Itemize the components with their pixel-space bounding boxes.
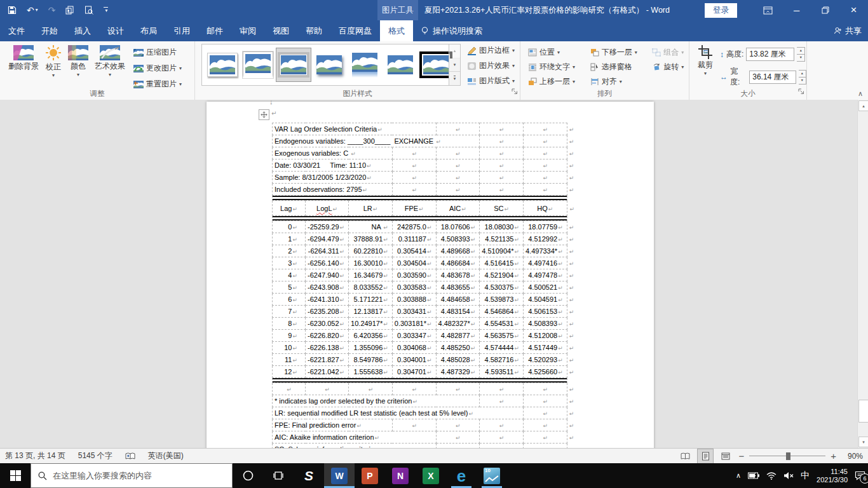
word-count[interactable]: 5145 个字 <box>72 451 119 461</box>
cortana-button[interactable] <box>233 463 263 488</box>
picture-style-reflected-rectangle[interactable] <box>348 48 382 81</box>
scroll-up-icon[interactable]: ▴ <box>858 100 868 111</box>
picture-layout-button[interactable]: 图片版式▾ <box>467 76 515 86</box>
cell-value: -6294.479↵ <box>306 233 349 245</box>
sogou-app-button[interactable]: S <box>294 463 324 488</box>
picture-styles-dialog-launcher-icon[interactable] <box>512 86 518 97</box>
page-indicator[interactable]: 第 13 页, 共 14 页 <box>0 451 72 461</box>
picture-border-button[interactable]: 图片边框▾ <box>467 45 515 56</box>
taskbar-search-input[interactable]: 在这里输入你要搜索的内容 <box>31 463 233 488</box>
close-button[interactable]: × <box>839 0 868 20</box>
width-icon: ↔ <box>720 72 728 81</box>
picture-style-drop-shadow-rectangle[interactable] <box>312 48 346 81</box>
scroll-down-icon[interactable]: ▾ <box>858 437 868 447</box>
picture-style-simple-frame-black[interactable] <box>419 48 453 81</box>
sign-in-button[interactable]: 登录 <box>705 3 737 18</box>
gallery-scroll-up-icon[interactable]: ▴ <box>449 44 460 58</box>
corrections-button[interactable]: 校正 ▾ <box>42 41 65 79</box>
row-end-marker: ↵ <box>567 407 577 419</box>
selection-pane-button[interactable]: 选择窗格 <box>590 62 632 72</box>
print-layout-icon[interactable] <box>698 449 713 463</box>
tab-审阅[interactable]: 审阅 <box>231 20 264 41</box>
align-button[interactable]: 对齐▾ <box>590 76 622 87</box>
print-preview-icon[interactable] <box>85 6 93 15</box>
taskbar-clock[interactable]: 11:45 2021/3/30 <box>817 468 848 484</box>
scrollbar-thumb[interactable] <box>858 400 868 423</box>
tab-邮件[interactable]: 邮件 <box>198 20 231 41</box>
wrap-text-button[interactable]: 环绕文字▾ <box>528 62 575 72</box>
send-backward-button[interactable]: 下移一层▾ <box>590 47 637 58</box>
customize-qat-icon[interactable]: ▾ <box>104 7 107 13</box>
cortana-icon <box>243 470 254 481</box>
width-input[interactable]: 36.14 厘米 <box>749 71 796 84</box>
gallery-more-icon[interactable]: ▾ <box>449 72 460 85</box>
picture-effects-button[interactable]: 图片效果▾ <box>467 60 515 71</box>
picture-style-soft-edge-rectangle[interactable] <box>383 48 417 81</box>
collapse-ribbon-icon[interactable]: ∧ <box>858 90 863 98</box>
zoom-in-icon[interactable]: + <box>831 451 836 461</box>
picture-style-metal-frame[interactable] <box>276 48 311 81</box>
hidden-icons-chevron-icon[interactable]: ∧ <box>736 471 741 480</box>
remove-background-button[interactable]: 删除背景 <box>5 41 42 71</box>
zoom-out-icon[interactable]: − <box>738 451 744 461</box>
document-page[interactable]: ↵ VAR Lag Order Selection Criteria↵↵↵↵↵E… <box>207 102 654 448</box>
tab-引用[interactable]: 引用 <box>165 20 198 41</box>
table-move-handle[interactable] <box>259 109 269 120</box>
crop-button[interactable]: 裁剪 ▾ <box>695 41 716 77</box>
picture-style-simple-frame-white[interactable] <box>241 48 275 81</box>
taskbar-onenote-button[interactable]: N <box>385 463 416 488</box>
notification-center-button[interactable]: 6 <box>855 471 865 480</box>
minimize-button[interactable]: ─ <box>782 0 811 20</box>
restore-button[interactable] <box>811 0 839 20</box>
undo-icon[interactable]: ↶▾ <box>27 6 38 15</box>
task-view-button[interactable] <box>263 463 294 488</box>
tab-开始[interactable]: 开始 <box>33 20 66 41</box>
ribbon-display-options-icon[interactable] <box>754 0 782 20</box>
zoom-slider-thumb[interactable] <box>786 452 790 460</box>
size-dialog-launcher-icon[interactable] <box>798 86 804 97</box>
cell-empty: ↵ <box>392 172 436 184</box>
taskbar-word-button[interactable]: W <box>324 463 355 488</box>
tab-设计[interactable]: 设计 <box>99 20 132 41</box>
wifi-icon[interactable] <box>766 472 776 480</box>
battery-icon[interactable] <box>748 472 759 479</box>
picture-style-simple-frame-shadow[interactable] <box>205 48 240 81</box>
color-button[interactable]: 颜色 ▾ <box>65 41 92 78</box>
tell-me-search[interactable]: 操作说明搜索 <box>413 20 490 41</box>
zoom-level[interactable]: 90% <box>841 452 863 461</box>
tab-布局[interactable]: 布局 <box>132 20 165 41</box>
tab-帮助[interactable]: 帮助 <box>297 20 330 41</box>
pages-icon[interactable] <box>65 6 74 15</box>
taskbar-powerpoint-button[interactable]: P <box>355 463 385 488</box>
volume-muted-icon[interactable] <box>783 471 794 480</box>
gallery-scroll-down-icon[interactable]: ▾ <box>449 58 460 72</box>
save-icon[interactable] <box>8 6 17 15</box>
language-indicator[interactable]: 英语(美国) <box>142 451 190 461</box>
read-mode-icon[interactable] <box>677 449 693 463</box>
compress-pictures-button[interactable]: 压缩图片 <box>133 47 182 58</box>
start-button[interactable] <box>0 463 31 488</box>
taskbar-eviews-button[interactable]: 10 <box>477 463 507 488</box>
bring-forward-button[interactable]: 上移一层▾ <box>528 76 575 87</box>
proofing-errors-icon[interactable] <box>119 452 142 460</box>
rotate-button[interactable]: 旋转▾ <box>652 62 684 72</box>
width-stepper[interactable]: ▴▾ <box>799 70 807 85</box>
tab-插入[interactable]: 插入 <box>66 20 99 41</box>
tab-格式[interactable]: 格式 <box>380 20 413 41</box>
height-stepper[interactable]: ▴▾ <box>797 47 805 62</box>
ime-indicator[interactable]: 中 <box>801 470 810 482</box>
taskbar-excel-button[interactable]: X <box>416 463 446 488</box>
zoom-slider[interactable] <box>749 452 825 461</box>
height-input[interactable]: 13.82 厘米 <box>746 48 794 61</box>
vertical-scrollbar[interactable]: ▴ ▾ <box>857 100 868 448</box>
tab-文件[interactable]: 文件 <box>0 20 33 41</box>
share-button[interactable]: 共享 <box>834 20 862 41</box>
web-layout-icon[interactable] <box>718 449 733 463</box>
position-button[interactable]: 位置▾ <box>528 47 560 58</box>
artistic-effects-button[interactable]: 艺术效果 ▾ <box>92 41 128 78</box>
change-picture-button[interactable]: 更改图片 ▾ <box>133 63 182 74</box>
reset-picture-button[interactable]: 重置图片 ▾ <box>133 79 182 90</box>
taskbar-edge-button[interactable]: e <box>446 463 477 488</box>
tab-视图[interactable]: 视图 <box>264 20 297 41</box>
tab-百度网盘[interactable]: 百度网盘 <box>330 20 380 41</box>
